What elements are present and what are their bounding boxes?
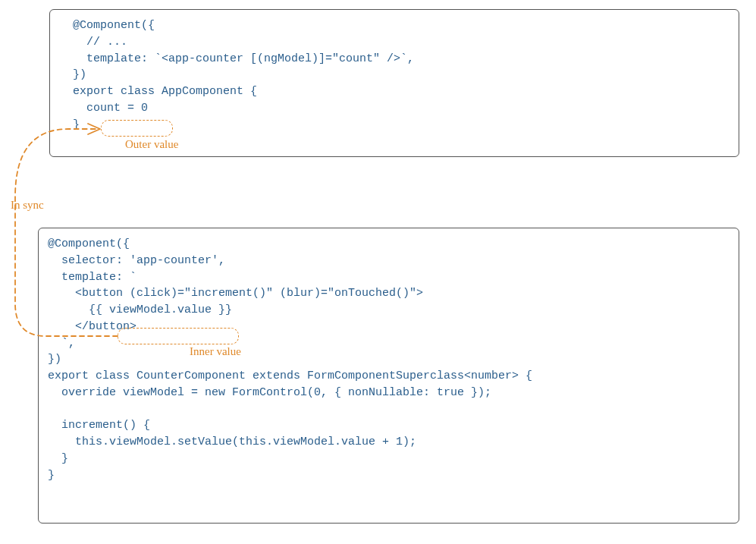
outer-value-label: Outer value xyxy=(125,137,178,153)
bottom-code-box: @Component({ selector: 'app-counter', te… xyxy=(38,228,739,524)
in-sync-label: In sync xyxy=(11,197,44,214)
outer-value-highlight xyxy=(101,120,173,137)
top-code: @Component({ // ... template: `<app-coun… xyxy=(59,17,729,133)
inner-value-highlight xyxy=(118,328,239,344)
bottom-code: @Component({ selector: 'app-counter', te… xyxy=(48,236,729,483)
inner-value-label: Inner value xyxy=(190,344,241,360)
